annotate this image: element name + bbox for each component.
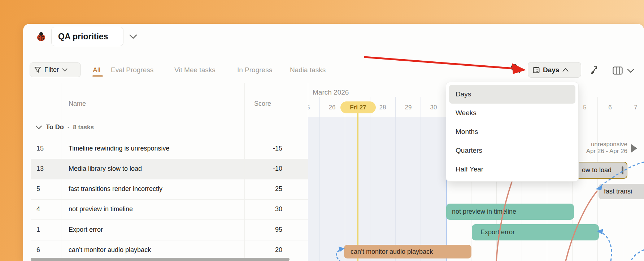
row-id[interactable]: 4 bbox=[36, 205, 58, 213]
view-scale-menu: Days Weeks Months Quarters Half Year bbox=[446, 82, 579, 182]
grid-line bbox=[623, 97, 623, 261]
gantt-bar-label: can’t monitor audio playback bbox=[351, 248, 433, 256]
gantt-bar-fast-transitions[interactable]: fast transi bbox=[599, 184, 644, 199]
grid-line bbox=[421, 97, 421, 261]
timeline-day: 28 bbox=[375, 104, 391, 111]
page-title-text: QA priorities bbox=[58, 32, 108, 42]
tab-eval-progress[interactable]: Eval Progress bbox=[111, 66, 153, 74]
search-icon[interactable] bbox=[510, 63, 521, 74]
row-divider bbox=[31, 179, 308, 179]
row-score[interactable]: 30 bbox=[244, 205, 282, 213]
row-id[interactable]: 6 bbox=[36, 246, 58, 254]
gantt-bar-not-preview[interactable]: not preview in timeline bbox=[446, 204, 574, 220]
group-task-count: 8 tasks bbox=[73, 124, 94, 131]
menu-item-quarters[interactable]: Quarters bbox=[449, 141, 575, 160]
row-id[interactable]: 5 bbox=[36, 185, 58, 193]
gantt-bar-label: Export error bbox=[480, 229, 515, 236]
scroll-right-caret-icon[interactable] bbox=[631, 144, 637, 153]
timeline-day: 7 bbox=[628, 104, 644, 111]
timeline-day: 6 bbox=[602, 104, 618, 111]
gantt-bar-label: not preview in timeline bbox=[452, 208, 516, 216]
row-id[interactable]: 13 bbox=[36, 165, 58, 173]
chevron-up-icon bbox=[562, 68, 569, 72]
menu-item-weeks[interactable]: Weeks bbox=[449, 104, 575, 122]
sort-arrows-icon[interactable] bbox=[589, 65, 600, 75]
row-divider bbox=[31, 219, 308, 220]
timeline-month-label: March 2026 bbox=[313, 88, 349, 96]
chevron-down-icon[interactable] bbox=[129, 34, 137, 39]
today-line bbox=[357, 113, 358, 261]
chevron-down-icon[interactable] bbox=[627, 69, 634, 73]
ladybug-icon bbox=[35, 31, 47, 42]
tab-nadia-tasks[interactable]: Nadia tasks bbox=[290, 66, 326, 74]
row-score[interactable]: 20 bbox=[244, 246, 282, 254]
row-divider bbox=[31, 240, 308, 240]
row-score[interactable]: -15 bbox=[244, 145, 282, 152]
tab-in-progress[interactable]: In Progress bbox=[237, 66, 272, 74]
calendar-icon bbox=[533, 66, 540, 73]
row-name[interactable]: not preview in timeline bbox=[69, 205, 133, 213]
grid-line bbox=[345, 97, 345, 261]
column-header-score[interactable]: Score bbox=[254, 100, 271, 108]
row-divider bbox=[31, 159, 308, 159]
app-root: March 2026 25 26 Fri 27 28 29 30 5 6 7 o… bbox=[0, 0, 644, 261]
gantt-bar-export-error[interactable]: Export error bbox=[472, 224, 599, 240]
row-id[interactable]: 15 bbox=[36, 145, 58, 152]
tab-vit-mee-tasks[interactable]: Vit Mee tasks bbox=[174, 66, 216, 74]
row-name[interactable]: Timeline rewinding is unresponsive bbox=[69, 145, 169, 152]
row-divider bbox=[31, 199, 308, 200]
timeline-day: 26 bbox=[324, 104, 340, 111]
group-row-todo[interactable]: To Do · 8 tasks bbox=[35, 123, 94, 131]
timeline-day: 30 bbox=[426, 104, 441, 111]
row-name[interactable]: Export error bbox=[69, 226, 103, 234]
chevron-down-icon[interactable] bbox=[35, 125, 42, 130]
column-header-name[interactable]: Name bbox=[69, 100, 86, 108]
drag-handle[interactable] bbox=[622, 166, 623, 174]
filter-button-label: Filter bbox=[44, 66, 59, 74]
filter-button[interactable]: Filter bbox=[30, 62, 81, 77]
row-id[interactable]: 1 bbox=[36, 226, 58, 234]
tab-all[interactable]: All bbox=[93, 66, 100, 74]
view-scale-button[interactable]: Days bbox=[528, 62, 581, 78]
menu-item-days[interactable]: Days bbox=[449, 85, 575, 104]
today-pill: Fri 27 bbox=[340, 101, 376, 113]
row-name[interactable]: fast transitions render incorrectly bbox=[69, 185, 162, 193]
group-separator: · bbox=[68, 124, 70, 131]
gantt-bar-label: ow to load bbox=[582, 166, 612, 174]
horizontal-scrollbar[interactable] bbox=[31, 258, 290, 261]
row-name[interactable]: Media library slow to load bbox=[69, 165, 142, 173]
row-name[interactable]: can’t monitor audio playback bbox=[69, 246, 151, 254]
grid-line bbox=[395, 97, 396, 261]
row-score[interactable]: 25 bbox=[244, 185, 282, 193]
page-title[interactable]: QA priorities bbox=[51, 27, 123, 46]
menu-item-months[interactable]: Months bbox=[449, 122, 575, 141]
columns-icon[interactable] bbox=[613, 66, 623, 75]
timeline-day: 29 bbox=[400, 104, 416, 111]
row-score[interactable]: -10 bbox=[244, 165, 282, 173]
view-scale-label: Days bbox=[543, 66, 559, 74]
chevron-down-icon bbox=[62, 68, 68, 72]
gantt-bar-audio-playback[interactable]: can’t monitor audio playback bbox=[344, 245, 471, 258]
panel-divider bbox=[308, 83, 308, 261]
column-divider bbox=[61, 83, 61, 258]
filter-icon bbox=[34, 66, 41, 73]
active-tab-underline bbox=[92, 75, 103, 77]
grid-line bbox=[370, 97, 370, 261]
row-score[interactable]: 95 bbox=[244, 226, 282, 234]
grid-line bbox=[319, 97, 320, 261]
timeline-day: 5 bbox=[577, 104, 593, 111]
gantt-past-region bbox=[308, 117, 446, 261]
group-name: To Do bbox=[46, 123, 64, 131]
menu-item-half-year[interactable]: Half Year bbox=[449, 160, 575, 179]
gantt-bar-label: fast transi bbox=[604, 188, 632, 195]
